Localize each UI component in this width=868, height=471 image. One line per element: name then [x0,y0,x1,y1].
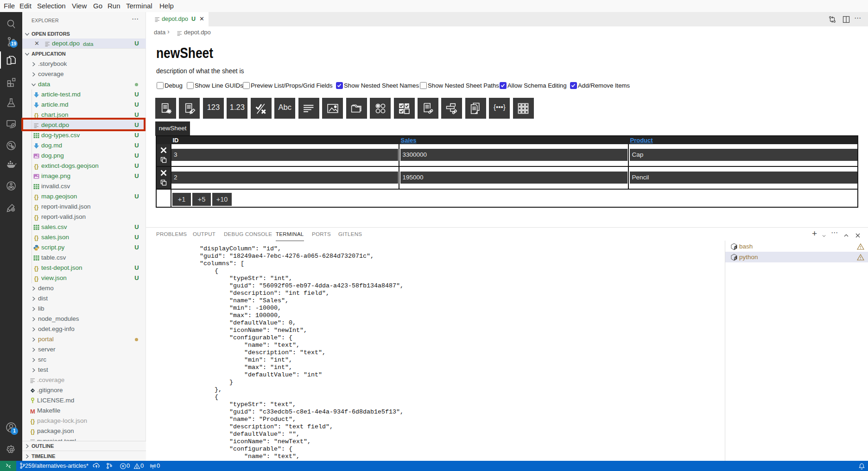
svg-text:{}: {} [31,428,35,435]
svg-text:{}: {} [34,235,39,241]
svg-text:{}: {} [34,214,39,221]
svg-text:{}: {} [34,204,39,210]
svg-text:{}: {} [31,418,35,425]
svg-text:{}: {} [34,275,39,282]
svg-text:{}: {} [34,194,39,200]
svg-text:M: M [30,408,35,415]
svg-text:{}: {} [34,163,39,170]
svg-text:{}: {} [34,265,39,272]
